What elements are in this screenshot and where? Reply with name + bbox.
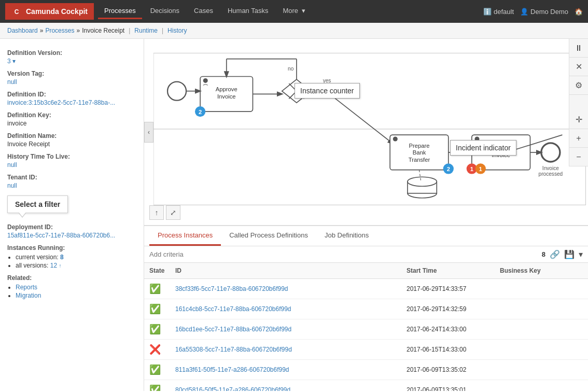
breadcrumb-sep1: » [40, 27, 44, 34]
tab-process-instances[interactable]: Process Instances [149, 226, 221, 246]
breadcrumb-pipe2: | [162, 27, 163, 34]
svg-text:1: 1 [470, 166, 473, 172]
nav-more[interactable]: More ▾ [276, 4, 311, 19]
svg-text:1: 1 [479, 166, 482, 172]
svg-point-40 [541, 143, 560, 162]
instance-id-link[interactable]: 161c4cb8-5cc7-11e7-88ba-606720b6f99d [175, 305, 291, 313]
svg-point-28 [393, 137, 398, 142]
settings-button[interactable]: ⚙ [569, 76, 588, 95]
breadcrumb-sep2: » [76, 27, 80, 34]
collapse-sidebar-button[interactable]: ‹ [144, 122, 153, 143]
version-tag-label: Version Tag: [7, 70, 136, 77]
tenant-id-label: Tenant ID: [7, 174, 136, 181]
history-time-label: History Time To Live: [7, 153, 136, 160]
breadcrumb-dashboard[interactable]: Dashboard [7, 27, 38, 34]
status-ok-icon: ✅ [149, 304, 161, 314]
table-row[interactable]: ✅ 811a3f61-50f5-11e7-a286-606720b6f99d 2… [144, 360, 588, 380]
deployment-id-value[interactable]: 15af811e-5cc7-11e7-88ba-606720b6... [7, 232, 136, 239]
fullscreen-icon[interactable]: ⤢ [166, 205, 180, 220]
current-version-label: current version: [16, 254, 59, 261]
zoom-in-button[interactable]: + [569, 129, 588, 148]
instance-counter-tooltip: Instance counter [295, 83, 360, 99]
breadcrumb-process-name: Invoice Receipt [82, 27, 124, 34]
bottom-panel: Process Instances Called Process Definit… [144, 225, 588, 391]
chevron-down-icon: ▾ [302, 7, 305, 15]
start-time: 2017-06-29T14:32:59 [407, 305, 500, 313]
table-row[interactable]: ✅ 16bcd1ee-5cc7-11e7-88ba-606720b6f99d 2… [144, 319, 588, 340]
filter-input[interactable] [149, 250, 538, 258]
instance-id-link[interactable]: 38cf33f6-5cc7-11e7-88ba-606720b6f99d [175, 285, 288, 292]
tooltip-arrow [18, 213, 26, 218]
svg-text:2: 2 [199, 109, 202, 115]
instance-id-link[interactable]: 16bcd1ee-5cc7-11e7-88ba-606720b6f99d [175, 326, 291, 333]
diagram-controls: ⏸ ✕ ⚙ ✛ + − [569, 39, 588, 166]
svg-point-8 [203, 78, 208, 83]
expand-icon[interactable]: ↑ [149, 205, 164, 220]
definition-name-value: Invoice Receipt [7, 141, 136, 148]
breadcrumb-processes[interactable]: Processes [45, 27, 74, 34]
status-ok-icon: ✅ [149, 365, 161, 375]
info-icon[interactable]: ℹ️ default [483, 8, 514, 16]
home-icon[interactable]: 🏠 [575, 8, 583, 16]
definition-version-value[interactable]: 3 ▾ [7, 58, 136, 65]
instance-id-link[interactable]: 811a3f61-50f5-11e7-a286-606720b6f99d [175, 366, 289, 373]
table-row[interactable]: ✅ 80cd5816-50f5-11e7-a286-606720b6f99d 2… [144, 380, 588, 391]
pause-button[interactable]: ⏸ [569, 39, 588, 58]
breadcrumb-runtime[interactable]: Runtime [134, 27, 158, 34]
definition-id-value[interactable]: invoice:3:15b3c6e2-5cc7-11e7-88ba-... [7, 99, 136, 106]
svg-text:Approve: Approve [216, 86, 237, 92]
main-layout: Definition Version: 3 ▾ Version Tag: nul… [0, 39, 588, 391]
tab-called-process-definitions[interactable]: Called Process Definitions [221, 226, 316, 246]
all-versions-label: all versions: [16, 262, 48, 269]
svg-line-20 [326, 91, 393, 144]
related-migration[interactable]: Migration [16, 292, 41, 299]
bpmn-diagram: Approve Invoice 2 yes no Invoice approve… [153, 39, 588, 225]
brand-icon: C [11, 6, 22, 17]
status-ok-icon: ✅ [149, 324, 161, 334]
table-row[interactable]: ❌ 16a55308-5cc7-11e7-88ba-606720b6f99d 2… [144, 340, 588, 360]
svg-text:processed: processed [539, 171, 563, 177]
user-menu[interactable]: 👤 Demo Demo [520, 8, 568, 16]
nav-cases[interactable]: Cases [188, 4, 219, 19]
brand[interactable]: C Camunda Cockpit [5, 3, 94, 20]
svg-text:C: C [15, 8, 19, 16]
brand-label: Camunda Cockpit [26, 7, 88, 16]
zoom-out-button[interactable]: − [569, 148, 588, 166]
related-reports[interactable]: Reports [16, 284, 37, 291]
col-state: State [149, 267, 175, 274]
all-versions-value[interactable]: 12 [50, 262, 57, 269]
status-ok-icon: ✅ [149, 385, 161, 391]
breadcrumb-history[interactable]: History [167, 27, 187, 34]
svg-text:2: 2 [447, 166, 450, 172]
diagram-nav: ↑ ⤢ [149, 205, 180, 220]
filter-count: 8 [542, 250, 545, 258]
instance-id-link[interactable]: 16a55308-5cc7-11e7-88ba-606720b6f99d [175, 346, 292, 353]
tab-job-definitions[interactable]: Job Definitions [316, 226, 377, 246]
nav-processes[interactable]: Processes [98, 4, 142, 19]
diagram-main: ‹ Approve Invoice 2 [144, 39, 588, 391]
chevron-down-icon[interactable]: ▾ [579, 249, 583, 259]
select-filter-tooltip: Select a filter [7, 195, 68, 213]
link-icon[interactable]: 🔗 [550, 249, 560, 259]
table-row[interactable]: ✅ 161c4cb8-5cc7-11e7-88ba-606720b6f99d 2… [144, 299, 588, 319]
svg-text:Transfer: Transfer [409, 157, 430, 163]
nav-human-tasks[interactable]: Human Tasks [221, 4, 275, 19]
related-label: Related: [7, 274, 136, 282]
start-time: 2017-06-09T13:35:01 [407, 386, 500, 391]
save-icon[interactable]: 💾 [564, 249, 575, 259]
current-version-value[interactable]: 8 [60, 254, 64, 261]
move-icon[interactable]: ✛ [569, 110, 588, 129]
version-tag-value: null [7, 78, 136, 86]
instance-id-link[interactable]: 80cd5816-50f5-11e7-a286-606720b6f99d [175, 386, 290, 391]
svg-text:Prepare: Prepare [409, 143, 429, 149]
svg-point-4 [167, 82, 186, 101]
table-row[interactable]: ✅ 38cf33f6-5cc7-11e7-88ba-606720b6f99d 2… [144, 279, 588, 299]
nav-decisions[interactable]: Decisions [144, 4, 186, 19]
start-time: 2017-06-24T14:33:00 [407, 326, 500, 333]
data-table: State ID Start Time Business Key ✅ 38cf3… [144, 263, 588, 391]
definition-key-label: Definition Key: [7, 111, 136, 119]
definition-key-value: invoice [7, 120, 136, 127]
diagram-area[interactable]: ‹ Approve Invoice 2 [144, 39, 588, 225]
close-button[interactable]: ✕ [569, 58, 588, 76]
definition-version-label: Definition Version: [7, 49, 136, 57]
